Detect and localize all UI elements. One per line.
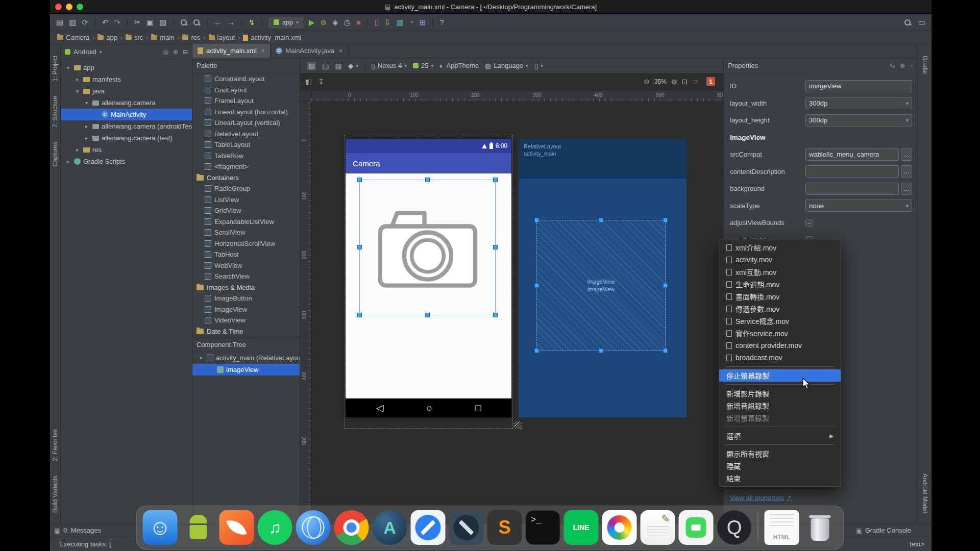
tool-button-gradle[interactable]: Gradle [921, 56, 928, 74]
settings-gear-icon[interactable]: ⊛ [173, 48, 178, 56]
zoom-fit-icon[interactable]: ⊡ [682, 78, 688, 86]
palette-item-horizontalscrollview[interactable]: HorizontalScrollView [192, 238, 300, 249]
menu-file-0[interactable]: xml介紹.mov [719, 241, 841, 254]
zoom-out-icon[interactable]: ⊖ [644, 78, 650, 86]
breadcrumb-item-layout[interactable]: layout [209, 34, 235, 41]
menu-action-0[interactable]: 停止螢幕錄製 [719, 369, 841, 382]
selection-handle[interactable] [534, 218, 539, 222]
paste-icon[interactable]: ▨ [159, 18, 166, 26]
breadcrumb-item-app[interactable]: app [97, 34, 117, 41]
run-icon[interactable]: ▶ [309, 18, 315, 26]
browse-button[interactable]: … [901, 165, 912, 178]
selection-handle[interactable] [357, 313, 362, 317]
selection-handle[interactable] [493, 178, 498, 182]
lint-error-badge[interactable]: 1 [706, 77, 715, 86]
property-field-background[interactable] [805, 183, 899, 195]
pan-icon[interactable]: ☞ [692, 78, 699, 86]
gear-icon[interactable]: ⊛ [900, 62, 905, 69]
profiler-icon[interactable]: ◷ [344, 18, 351, 26]
selection-handle[interactable] [493, 313, 498, 317]
palette-group-containers[interactable]: Containers [192, 172, 300, 184]
android-icon[interactable] [181, 510, 216, 545]
terminal-icon[interactable] [526, 510, 560, 545]
project-item-app[interactable]: ▾app [61, 62, 192, 73]
help-icon[interactable]: ? [439, 18, 444, 26]
property-combo-layout-height[interactable]: 300dp▾ [805, 114, 912, 127]
property-field-contentdescription[interactable] [805, 165, 899, 178]
project-item-allenwang-camera-androidtest[interactable]: ▸allenwang.camera (androidTest) [61, 120, 192, 132]
rotate-device-selector[interactable]: ▯ ▾ [534, 62, 543, 70]
undo-icon[interactable]: ↶ [102, 18, 109, 26]
palette-item-linearlayout-vertical[interactable]: LinearLayout (vertical) [192, 117, 300, 129]
breadcrumb-item-camera[interactable]: Camera [57, 34, 89, 41]
replace-icon[interactable] [193, 19, 200, 26]
zoom-button[interactable] [77, 4, 83, 10]
palette-item-fragment[interactable]: <fragment> [192, 161, 300, 172]
property-combo-layout-width[interactable]: 300dp▾ [805, 97, 912, 109]
spotify-icon[interactable] [258, 510, 292, 545]
palette-item-imagebutton[interactable]: ImageButton [192, 293, 300, 304]
swift-icon[interactable] [219, 510, 254, 545]
palette-item-gridview[interactable]: GridView [192, 205, 300, 216]
palette-item-webview[interactable]: WebView [192, 260, 300, 271]
palette-item-imageview[interactable]: ImageView [192, 304, 300, 315]
tab-mainactivity-java[interactable]: C MainActivity.java ✕ [271, 44, 348, 58]
coverage-icon[interactable]: ◈ [332, 18, 338, 26]
close-button[interactable] [55, 4, 62, 10]
xcode-tools-icon[interactable] [449, 510, 484, 545]
palette-group-images-media[interactable]: Images & Media [192, 282, 300, 293]
component-activity-main-relativelayout[interactable]: ▾activity_main (RelativeLayout) [192, 352, 300, 364]
property-combo-scaletype[interactable]: none▾ [805, 199, 912, 212]
project-structure-icon[interactable]: ⊞ [420, 18, 426, 26]
view-all-properties-link[interactable]: View all properties ↗ [730, 494, 792, 502]
selection-handle[interactable] [425, 178, 430, 182]
blueprint-imageview-selection[interactable]: ImageView imageView [536, 220, 666, 351]
stop-icon[interactable]: ■ [356, 18, 361, 26]
menu-file-7[interactable]: 實作service.mov [719, 327, 841, 339]
finder-icon[interactable] [143, 510, 178, 545]
xcode-icon[interactable] [411, 510, 446, 545]
zoom-in-icon[interactable]: ⊕ [671, 78, 677, 86]
menu-action-3[interactable]: 新增螢幕錄製 [719, 412, 841, 424]
tab-activity-main-xml[interactable]: activity_main.xml ✕ [192, 44, 271, 58]
theme-selector[interactable]: ◐ AppTheme [439, 62, 479, 70]
selection-handle[interactable] [663, 283, 668, 288]
compile-icon[interactable]: ↯ [249, 18, 255, 26]
split-view-icon[interactable]: ⇆ [890, 62, 895, 69]
close-icon[interactable]: ✕ [338, 48, 342, 54]
palette-item-listview[interactable]: ListView [192, 194, 300, 206]
back-icon[interactable]: ← [214, 18, 222, 26]
selection-handle[interactable] [357, 178, 362, 182]
browse-button[interactable]: … [901, 183, 912, 195]
save-icon[interactable]: ▥ [69, 18, 76, 26]
gradle-console-toolbutton[interactable]: Gradle Console [865, 527, 911, 534]
chrome-icon[interactable] [334, 510, 369, 545]
menu-file-5[interactable]: 傳遞參數.mov [719, 303, 841, 315]
forward-icon[interactable]: → [227, 18, 235, 26]
open-icon[interactable]: ▤ [56, 18, 63, 26]
textedit-icon[interactable] [641, 510, 675, 545]
device-monitor-icon[interactable]: ▥ [397, 18, 404, 26]
tool-button-2-favorites[interactable]: 2: Favorites [52, 429, 59, 461]
tool-button-captures[interactable]: Captures [52, 142, 59, 167]
project-item-res[interactable]: ▸res [61, 144, 192, 156]
palette-item-framelayout[interactable]: FrameLayout [192, 95, 300, 107]
photos-icon[interactable] [602, 510, 637, 545]
selection-handle[interactable] [534, 283, 539, 288]
android-studio-icon[interactable] [373, 510, 407, 545]
trash-icon[interactable] [803, 510, 838, 545]
project-item-mainactivity[interactable]: CMainActivity [61, 109, 192, 120]
selection-handle[interactable] [493, 245, 498, 249]
palette-item-radiogroup[interactable]: RadioGroup [192, 183, 300, 194]
sync-icon[interactable]: ⟳ [82, 18, 88, 26]
menu-file-1[interactable]: activity.mov [719, 254, 841, 266]
palette-item-linearlayout-horizontal[interactable]: LinearLayout (horizontal) [192, 107, 300, 118]
close-icon[interactable]: ✕ [261, 48, 265, 54]
find-icon[interactable] [180, 19, 187, 26]
selection-handle[interactable] [599, 348, 603, 353]
globe-icon[interactable] [296, 510, 331, 545]
palette-item-tablelayout[interactable]: TableLayout [192, 139, 300, 151]
project-item-gradle-scripts[interactable]: ▸Gradle Scripts [61, 156, 192, 167]
project-item-allenwang-camera-test[interactable]: ▸allenwang.camera (test) [61, 132, 192, 144]
quicktime-icon[interactable] [717, 510, 752, 545]
